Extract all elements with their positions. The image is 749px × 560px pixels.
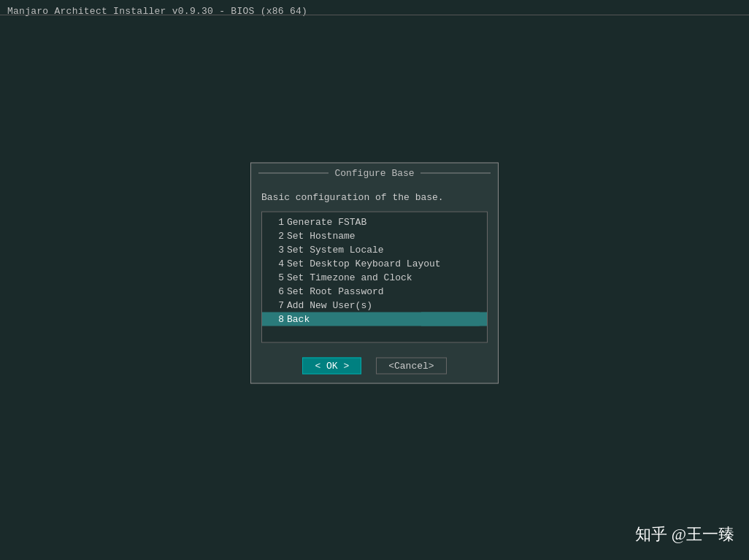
menu-item[interactable]: 8Back [262, 312, 487, 326]
menu-item-number: 4 [269, 258, 284, 269]
menu-item-number: 1 [269, 216, 284, 227]
menu-item-number: 3 [269, 244, 284, 255]
menu-item[interactable]: 1Generate FSTAB [262, 215, 487, 229]
menu-item[interactable]: 7Add New User(s) [262, 298, 487, 312]
menu-list[interactable]: 1Generate FSTAB2Set Hostname3Set System … [261, 211, 488, 342]
menu-item-label: Back [287, 313, 310, 324]
dialog-overlay: Configure Base Basic configuration of th… [250, 162, 499, 383]
dialog-footer: < OK > <Cancel> [251, 351, 498, 383]
menu-item-label: Set Root Password [287, 285, 384, 296]
menu-item-label: Set Desktop Keyboard Layout [287, 258, 441, 269]
menu-item[interactable]: 6Set Root Password [262, 284, 487, 298]
title-bar-line [0, 15, 749, 15]
configure-base-dialog: Configure Base Basic configuration of th… [250, 162, 499, 383]
menu-item-number: 2 [269, 230, 284, 241]
dialog-title-bar: Configure Base [251, 163, 498, 183]
menu-item-number: 5 [269, 272, 284, 283]
dialog-body: Basic configuration of the base. 1Genera… [251, 183, 498, 351]
menu-item-label: Generate FSTAB [287, 216, 366, 227]
menu-item-number: 7 [269, 299, 284, 310]
cancel-button-label: <Cancel> [388, 360, 434, 371]
menu-item-label: Set Hostname [287, 230, 356, 241]
watermark: 知乎 @王一臻 [635, 523, 734, 545]
menu-item[interactable]: 2Set Hostname [262, 229, 487, 242]
menu-item-label: Add New User(s) [287, 299, 372, 310]
dialog-title: Configure Base [329, 167, 420, 178]
menu-item-number: 6 [269, 285, 284, 296]
menu-item[interactable]: 4Set Desktop Keyboard Layout [262, 256, 487, 270]
menu-item-label: Set Timezone and Clock [287, 272, 412, 283]
cancel-button[interactable]: <Cancel> [376, 357, 446, 374]
dialog-description: Basic configuration of the base. [261, 191, 488, 202]
menu-item[interactable]: 3Set System Locale [262, 242, 487, 256]
ok-button[interactable]: < OK > [302, 357, 361, 374]
menu-item-number: 8 [269, 313, 284, 324]
ok-button-label: < OK > [315, 360, 349, 371]
menu-item[interactable]: 5Set Timezone and Clock [262, 270, 487, 284]
menu-item-label: Set System Locale [287, 244, 384, 255]
